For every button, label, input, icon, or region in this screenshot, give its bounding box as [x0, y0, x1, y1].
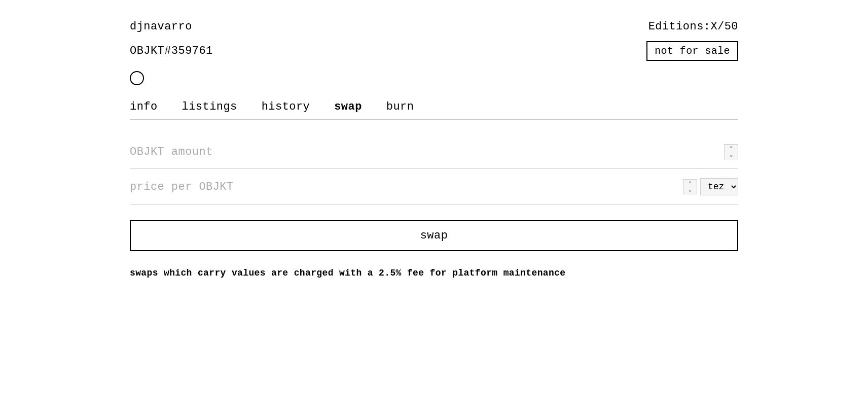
price-field-row: price per OBJKT ⌃ ⌄ tez usd: [130, 169, 738, 205]
amount-label: OBJKT amount: [130, 146, 213, 158]
tab-history[interactable]: history: [262, 100, 310, 113]
header-row: djnavarro Editions:X/50: [130, 20, 738, 33]
fee-notice: swaps which carry values are charged wit…: [130, 266, 738, 280]
price-arrow-down-icon: ⌄: [689, 187, 692, 193]
arrow-down-icon: ⌄: [730, 152, 733, 158]
amount-controls: ⌃ ⌄: [724, 144, 738, 159]
username: djnavarro: [130, 20, 192, 33]
editions: Editions:X/50: [648, 20, 738, 33]
swap-button-row: swap: [130, 220, 738, 251]
objkt-id-row: OBJKT#359761 not for sale: [130, 41, 738, 61]
amount-field-row: OBJKT amount ⌃ ⌄: [130, 135, 738, 169]
not-for-sale-button[interactable]: not for sale: [646, 41, 738, 61]
price-spinner[interactable]: ⌃ ⌄: [683, 179, 697, 194]
swap-button[interactable]: swap: [130, 220, 738, 251]
objkt-id: OBJKT#359761: [130, 45, 213, 57]
arrow-up-icon: ⌃: [730, 146, 733, 152]
tabs-row: info listings history swap burn: [130, 100, 738, 120]
tab-info[interactable]: info: [130, 100, 158, 113]
tab-burn[interactable]: burn: [386, 100, 414, 113]
currency-select[interactable]: tez usd: [700, 178, 738, 195]
status-circle-icon: [130, 71, 144, 85]
price-controls: ⌃ ⌄ tez usd: [683, 178, 738, 195]
tab-swap[interactable]: swap: [334, 100, 362, 113]
tab-listings[interactable]: listings: [182, 100, 237, 113]
swap-form: OBJKT amount ⌃ ⌄ price per OBJKT ⌃ ⌄ tez…: [130, 135, 738, 280]
price-arrow-up-icon: ⌃: [689, 181, 692, 187]
price-label: price per OBJKT: [130, 181, 234, 193]
amount-spinner[interactable]: ⌃ ⌄: [724, 144, 738, 159]
